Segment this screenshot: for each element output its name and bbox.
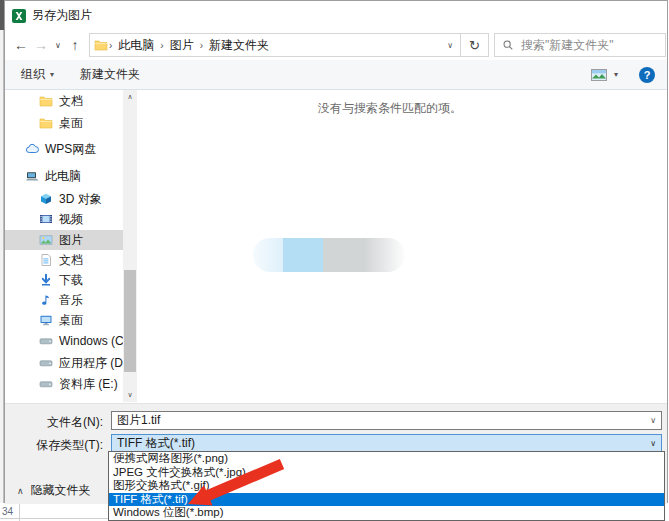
sidebar-item-documents[interactable]: 文档	[5, 250, 123, 270]
empty-results-message: 没有与搜索条件匹配的项。	[137, 100, 643, 117]
address-bar[interactable]: › 此电脑 › 图片 › 新建文件夹 ∨	[89, 33, 461, 57]
sidebar-item-label: 应用程序 (D:)	[59, 355, 123, 372]
excel-row-number: 34	[2, 506, 13, 517]
music-note-icon	[39, 293, 53, 307]
collapse-up-icon: ∧	[17, 486, 24, 496]
blur-segment	[283, 238, 323, 272]
sidebar-item-drive-c[interactable]: Windows (C:)	[5, 331, 123, 351]
caret-down-icon: ▾	[50, 70, 54, 79]
folder-icon	[39, 116, 53, 130]
folder-icon	[94, 38, 108, 52]
sidebar-item-label: 图片	[59, 232, 83, 249]
sidebar-item-label: WPS网盘	[45, 141, 96, 158]
video-icon	[39, 212, 53, 226]
sidebar-item-label: Windows (C:)	[59, 334, 123, 348]
sidebar-item-label: 文档	[59, 93, 83, 110]
hide-folders-button[interactable]: ∧ 隐藏文件夹	[17, 482, 91, 499]
organize-button[interactable]: 组织 ▾	[21, 66, 54, 83]
sidebar-item-pictures[interactable]: 图片	[5, 230, 123, 250]
sidebar-item-label: 此电脑	[45, 168, 81, 185]
blurred-overlay	[253, 238, 405, 272]
dialog-title: 另存为图片	[32, 7, 92, 24]
up-button[interactable]: ↑	[65, 34, 85, 56]
excel-gridline	[0, 518, 108, 519]
breadcrumb-new-folder[interactable]: 新建文件夹	[204, 37, 274, 54]
filename-input[interactable]: 图片1.tif ∨	[111, 411, 662, 430]
save-as-dialog: 另存为图片 ← → ∨ ↑ › 此电脑 › 图片 › 新建文件夹 ∨ ↻ 搜索"…	[4, 0, 668, 503]
cube-icon	[39, 192, 53, 206]
cloud-icon	[25, 142, 39, 156]
filename-history-chevron-icon[interactable]: ∨	[650, 416, 656, 425]
scrollbar-thumb[interactable]	[124, 270, 136, 372]
save-as-dialog-screenshot: 34 另存为图片 ← → ∨ ↑ › 此电脑 › 图片 › 新建文件夹 ∨ ↻	[0, 0, 669, 521]
sidebar-item-label: 视频	[59, 211, 83, 228]
scroll-down-icon[interactable]: ∨	[123, 388, 137, 402]
blur-segment	[253, 238, 283, 272]
sidebar-item-label: 桌面	[59, 312, 83, 329]
sidebar-item-music[interactable]: 音乐	[5, 290, 123, 310]
sidebar-item-wps-cloud[interactable]: WPS网盘	[5, 139, 123, 159]
filename-label: 文件名(N):	[5, 414, 103, 431]
blur-segment	[363, 238, 405, 272]
annotation-arrow	[180, 455, 295, 511]
blur-segment	[323, 238, 363, 272]
monitor-icon	[39, 313, 53, 327]
sidebar-item-downloads[interactable]: 下载	[5, 270, 123, 290]
view-mode-icon[interactable]	[591, 69, 607, 81]
dialog-toolbar: 组织 ▾ 新建文件夹 ▾ ?	[5, 60, 667, 90]
sidebar-item-label: 资料库 (E:)	[59, 376, 118, 393]
new-folder-button[interactable]: 新建文件夹	[80, 66, 140, 83]
navigation-bar: ← → ∨ ↑ › 此电脑 › 图片 › 新建文件夹 ∨ ↻ 搜索"新建文件夹"	[5, 30, 667, 60]
excel-background-grid: 34	[0, 503, 108, 521]
computer-icon	[25, 169, 39, 183]
view-mode-caret-icon[interactable]: ▾	[614, 70, 618, 79]
filename-value: 图片1.tif	[117, 412, 160, 429]
sidebar-item-label: 音乐	[59, 292, 83, 309]
search-icon	[502, 39, 514, 51]
disk-drive-icon	[39, 334, 53, 348]
dialog-titlebar: 另存为图片	[5, 1, 667, 30]
sidebar-item-3d-objects[interactable]: 3D 对象	[5, 189, 123, 209]
refresh-button[interactable]: ↻	[461, 33, 489, 57]
breadcrumb-this-pc[interactable]: 此电脑	[113, 37, 159, 54]
forward-button[interactable]: →	[31, 34, 51, 56]
recent-locations-chevron-icon[interactable]: ∨	[51, 41, 65, 50]
new-folder-label: 新建文件夹	[80, 66, 140, 83]
savetype-chevron-icon: ∨	[650, 439, 656, 448]
sidebar-item-desktop-quick[interactable]: 桌面	[5, 113, 123, 133]
sidebar-item-this-pc[interactable]: 此电脑	[5, 166, 123, 186]
download-icon	[39, 273, 53, 287]
savetype-label: 保存类型(T):	[5, 437, 103, 454]
sidebar-scrollbar[interactable]: ∧ ∨	[123, 90, 137, 402]
hide-folders-label: 隐藏文件夹	[31, 482, 91, 499]
help-button[interactable]: ?	[639, 67, 655, 83]
sidebar-item-label: 下载	[59, 272, 83, 289]
sidebar-item-label: 文档	[59, 252, 83, 269]
disk-drive-icon	[39, 356, 53, 370]
sidebar-item-videos[interactable]: 视频	[5, 209, 123, 229]
sidebar-item-drive-e[interactable]: 资料库 (E:)	[5, 374, 123, 394]
excel-app-icon	[12, 9, 26, 23]
scroll-up-icon[interactable]: ∧	[123, 90, 137, 104]
document-icon	[39, 253, 53, 267]
back-button[interactable]: ←	[11, 34, 31, 56]
breadcrumb-pictures[interactable]: 图片	[165, 37, 199, 54]
search-input[interactable]: 搜索"新建文件夹"	[494, 33, 666, 57]
sidebar-item-documents-quick[interactable]: 文档	[5, 91, 123, 111]
search-placeholder: 搜索"新建文件夹"	[521, 37, 614, 54]
folder-icon	[39, 94, 53, 108]
savetype-value: TIFF 格式(*.tif)	[117, 435, 195, 452]
toolbar-right-group: ▾ ?	[591, 67, 655, 83]
picture-icon	[39, 233, 53, 247]
sidebar-item-drive-d[interactable]: 应用程序 (D:)	[5, 353, 123, 373]
sidebar-item-label: 桌面	[59, 115, 83, 132]
address-dropdown-chevron-icon[interactable]: ∨	[447, 41, 456, 50]
dialog-body: 文档 桌面 WPS网盘 此电脑 3D 对象 视频	[5, 90, 667, 402]
sidebar-item-label: 3D 对象	[59, 191, 102, 208]
organize-label: 组织	[21, 66, 45, 83]
disk-drive-icon	[39, 377, 53, 391]
sidebar-item-desktop[interactable]: 桌面	[5, 310, 123, 330]
